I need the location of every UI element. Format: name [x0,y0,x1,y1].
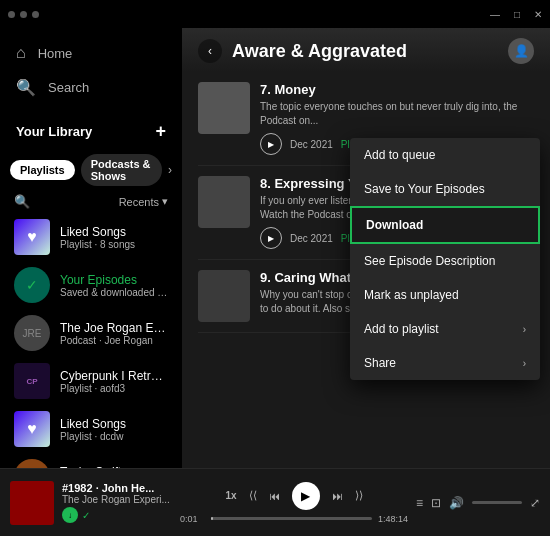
home-icon: ⌂ [16,44,26,62]
cyberpunk-title: Cyberpunk I Retro Future [60,369,168,383]
your-episodes-title: Your Episodes [60,273,168,287]
sidebar-search-label: Search [48,80,89,95]
liked-songs-2-thumb: ♥ [14,411,50,447]
library-item-jre[interactable]: JRE The Joe Rogan Experi... Podcast · Jo… [0,309,182,357]
forward-button[interactable]: ⟩⟩ [355,489,363,502]
ctx-download[interactable]: Download [350,206,540,244]
content-area: ‹ Aware & Aggravated 👤 7. Money The topi… [182,28,550,468]
titlebar-dots [8,11,39,18]
sidebar-item-search[interactable]: 🔍 Search [0,70,182,105]
library-label: Your Library [16,124,92,139]
library-item-liked-songs[interactable]: ♥ Liked Songs Playlist · 8 songs [0,213,182,261]
window-controls: — □ ✕ [490,9,542,20]
progress-bar[interactable] [211,517,372,520]
library-list: ♥ Liked Songs Playlist · 8 songs ✓ Your … [0,213,182,468]
player-buttons: 1x ⟨⟨ ⏮ ▶ ⏭ ⟩⟩ [225,482,362,510]
cyberpunk-sub: Playlist · aofd3 [60,383,168,394]
ctx-see-description[interactable]: See Episode Description [350,244,540,278]
liked-songs-thumb: ♥ [14,219,50,255]
close-button[interactable]: ✕ [534,9,542,20]
play-pause-button[interactable]: ▶ [292,482,320,510]
liked-songs-info: Liked Songs Playlist · 8 songs [60,225,135,250]
liked-songs-2-info: Liked Songs Playlist · dcdw [60,417,126,442]
player-bar: #1982 · John He... The Joe Rogan Experi.… [0,468,550,536]
sidebar-item-home[interactable]: ⌂ Home [0,36,182,70]
fullscreen-icon[interactable]: ⤢ [530,496,540,510]
library-item-cyberpunk[interactable]: CP Cyberpunk I Retro Future Playlist · a… [0,357,182,405]
episode-8-thumb [198,176,250,228]
progress-fill [211,517,213,520]
episode-7-play-button[interactable]: ▶ [260,133,282,155]
tab-podcasts[interactable]: Podcasts & Shows [81,154,162,186]
tab-playlists[interactable]: Playlists [10,160,75,180]
liked-songs-2-title: Liked Songs [60,417,126,431]
search-icon: 🔍 [16,78,36,97]
dot-3 [32,11,39,18]
episode-7-date: Dec 2021 [290,139,333,150]
tab-arrow-icon: › [168,163,172,177]
skip-back-button[interactable]: ⏮ [269,490,280,502]
playback-speed-button[interactable]: 1x [225,490,236,501]
ctx-share[interactable]: Share › [350,346,540,380]
library-item-your-episodes[interactable]: ✓ Your Episodes Saved & downloaded ep... [0,261,182,309]
back-button[interactable]: ‹ [198,39,222,63]
time-total: 1:48:14 [378,514,408,524]
sidebar: ⌂ Home 🔍 Search Your Library + Playlists… [0,28,182,468]
ctx-add-queue[interactable]: Add to queue [350,138,540,172]
episode-7-thumb [198,82,250,134]
library-search-icon[interactable]: 🔍 [14,194,30,209]
sidebar-home-label: Home [38,46,73,61]
episode-8-date: Dec 2021 [290,233,333,244]
your-episodes-info: Your Episodes Saved & downloaded ep... [60,273,168,298]
recents-label: Recents [119,196,159,208]
skip-forward-button[interactable]: ⏭ [332,490,343,502]
volume-icon[interactable]: 🔊 [449,496,464,510]
dot-1 [8,11,15,18]
player-download-badge: ↓ [62,507,78,523]
progress-row: 0:01 1:48:14 [180,514,408,524]
library-search-row: 🔍 Recents ▾ [0,190,182,213]
library-add-button[interactable]: + [155,121,166,142]
ctx-mark-unplayed[interactable]: Mark as unplayed [350,278,540,312]
minimize-button[interactable]: — [490,9,500,20]
maximize-button[interactable]: □ [514,9,520,20]
liked-songs-sub: Playlist · 8 songs [60,239,135,250]
content-header: ‹ Aware & Aggravated 👤 [182,28,550,72]
episode-7-number: 7. Money [260,82,534,97]
library-item-taylor-swift[interactable]: TS Taylor Swift Artist [0,453,182,468]
podcast-title: Aware & Aggravated [232,41,498,62]
jre-thumb: JRE [14,315,50,351]
taylor-thumb: TS [14,459,50,468]
your-episodes-sub: Saved & downloaded ep... [60,287,168,298]
volume-bar[interactable] [472,501,522,504]
rewind-button[interactable]: ⟨⟨ [249,489,257,502]
devices-icon[interactable]: ⊡ [431,496,441,510]
player-info: #1982 · John He... The Joe Rogan Experi.… [62,482,172,523]
queue-icon[interactable]: ≡ [416,496,423,510]
titlebar: — □ ✕ [0,0,550,28]
ctx-add-playlist-label: Add to playlist [364,322,439,336]
sidebar-tabs: Playlists Podcasts & Shows › [0,150,182,190]
player-check-badge: ✓ [82,510,90,521]
player-thumbnail [10,481,54,525]
jre-info: The Joe Rogan Experi... Podcast · Joe Ro… [60,321,168,346]
context-menu: Add to queue Save to Your Episodes Downl… [350,138,540,380]
ctx-add-playlist[interactable]: Add to playlist › [350,312,540,346]
ctx-save-episodes[interactable]: Save to Your Episodes [350,172,540,206]
time-current: 0:01 [180,514,205,524]
ctx-share-arrow-icon: › [523,358,526,369]
cyberpunk-info: Cyberpunk I Retro Future Playlist · aofd… [60,369,168,394]
cyberpunk-thumb: CP [14,363,50,399]
sidebar-nav: ⌂ Home 🔍 Search [0,28,182,113]
dot-2 [20,11,27,18]
library-header: Your Library + [0,113,182,150]
jre-sub: Podcast · Joe Rogan [60,335,168,346]
library-item-liked-songs-2[interactable]: ♥ Liked Songs Playlist · dcdw [0,405,182,453]
recents-button[interactable]: Recents ▾ [119,195,168,208]
episode-7-desc: The topic everyone touches on but never … [260,100,534,128]
liked-songs-2-sub: Playlist · dcdw [60,431,126,442]
main-layout: ⌂ Home 🔍 Search Your Library + Playlists… [0,28,550,468]
episode-8-play-button[interactable]: ▶ [260,227,282,249]
user-icon[interactable]: 👤 [508,38,534,64]
jre-title: The Joe Rogan Experi... [60,321,168,335]
